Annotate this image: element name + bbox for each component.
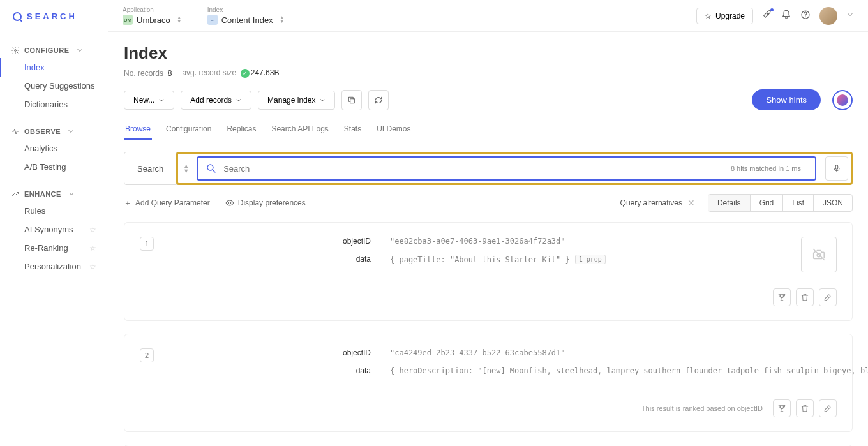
field-label: data	[173, 255, 390, 264]
sidebar-item-rules[interactable]: Rules	[0, 202, 108, 220]
trash-icon	[800, 404, 809, 413]
sidebar-item-ai-synonyms[interactable]: AI Synonyms☆	[0, 220, 108, 239]
display-prefs-button[interactable]: Display preferences	[225, 198, 306, 207]
result-card: 1 objectID"ee82cba3-a0e7-4063-9ae1-3026a…	[124, 222, 853, 321]
sparkle-icon	[837, 94, 848, 106]
edit-icon	[823, 404, 832, 413]
chevron-updown-icon: ▲▼	[280, 16, 285, 24]
field-label: data	[173, 366, 390, 375]
sort-icon[interactable]: ▲▼	[181, 163, 191, 174]
upgrade-button[interactable]: ☆ Upgrade	[696, 8, 753, 24]
mic-icon	[832, 164, 841, 173]
field-label: objectID	[173, 237, 390, 246]
app-name: Umbraco	[137, 15, 170, 25]
options-row: ＋Add Query Parameter Display preferences…	[124, 194, 853, 212]
mic-button[interactable]	[825, 156, 848, 181]
field-label: objectID	[173, 348, 390, 357]
refresh-button[interactable]	[368, 90, 389, 110]
sidebar: SEARCH CONFIGUREIndexQuery SuggestionsDi…	[0, 0, 108, 446]
hints-avatar-button[interactable]	[832, 90, 853, 110]
edit-icon	[823, 293, 832, 302]
sidebar-item-re-ranking[interactable]: Re-Ranking☆	[0, 239, 108, 257]
data-value: { pageTitle: "About this Starter Kit" }1…	[390, 255, 782, 264]
trophy-button[interactable]	[773, 288, 791, 306]
tab-ui-demos[interactable]: UI Demos	[375, 119, 412, 140]
check-icon: ✓	[241, 69, 250, 78]
sidebar-item-analytics[interactable]: Analytics	[0, 139, 108, 158]
plus-icon: ＋	[124, 198, 131, 209]
star-icon: ☆	[89, 225, 96, 234]
app-badge-icon: UM	[123, 15, 133, 25]
chevron-updown-icon: ▲▼	[177, 16, 182, 24]
tab-replicas[interactable]: Replicas	[225, 119, 257, 140]
index-selector[interactable]: Index ≡ Content Index ▲▼	[207, 6, 285, 25]
view-tab-grid[interactable]: Grid	[751, 195, 784, 211]
delete-button[interactable]	[796, 288, 814, 306]
search-row: Search ▲▼ 8 hits matched in 1 ms	[124, 152, 853, 185]
sidebar-item-a-b-testing[interactable]: A/B Testing	[0, 158, 108, 176]
svg-rect-4	[350, 98, 355, 103]
logo[interactable]: SEARCH	[0, 11, 108, 33]
svg-point-1	[767, 13, 768, 15]
avg-label: avg. record size	[182, 68, 236, 77]
sidebar-item-index[interactable]: Index	[0, 58, 108, 77]
search-box: 8 hits matched in 1 ms	[197, 156, 816, 181]
records-label: No. records	[124, 69, 163, 78]
camera-off-icon	[812, 248, 826, 262]
svg-rect-6	[835, 165, 838, 169]
tab-stats[interactable]: Stats	[343, 119, 363, 140]
copy-icon	[347, 96, 356, 105]
search-icon	[206, 163, 217, 174]
chevron-down-icon[interactable]	[846, 11, 854, 20]
application-selector[interactable]: Application UM Umbraco ▲▼	[123, 6, 182, 25]
manage-index-button[interactable]: Manage index	[258, 91, 335, 110]
objectid-value: "ca4249ed-2b23-4337-b522-63cabe5587d1"	[390, 348, 868, 357]
bell-icon[interactable]	[781, 10, 791, 22]
edit-button[interactable]	[819, 288, 837, 306]
nav-header-enhance[interactable]: ENHANCE	[0, 186, 108, 202]
close-icon[interactable]: ✕	[687, 198, 695, 208]
tab-browse[interactable]: Browse	[124, 119, 152, 140]
trophy-icon	[777, 293, 786, 302]
sidebar-item-query-suggestions[interactable]: Query Suggestions	[0, 77, 108, 95]
help-icon[interactable]	[800, 10, 811, 22]
svg-point-0	[15, 50, 17, 52]
edit-button[interactable]	[819, 399, 837, 417]
add-records-button[interactable]: Add records	[181, 91, 251, 110]
chevron-down-icon	[67, 128, 75, 135]
result-index: 2	[140, 348, 154, 362]
new-button[interactable]: New...	[124, 91, 174, 110]
chevron-down-icon	[76, 47, 84, 54]
trophy-icon	[777, 404, 786, 413]
search-input[interactable]	[223, 164, 724, 174]
view-tab-list[interactable]: List	[783, 195, 814, 211]
star-icon: ☆	[89, 244, 96, 253]
sidebar-item-personalization[interactable]: Personalization☆	[0, 257, 108, 276]
rocket-icon[interactable]	[762, 10, 772, 22]
tab-search-api-logs[interactable]: Search API Logs	[270, 119, 329, 140]
view-tab-details[interactable]: Details	[708, 195, 751, 211]
search-mode-select[interactable]: Search	[124, 152, 177, 185]
ranked-text: This result is ranked based on objectID	[641, 405, 763, 412]
delete-button[interactable]	[796, 399, 814, 417]
view-tab-json[interactable]: JSON	[814, 195, 852, 211]
search-highlight: ▲▼ 8 hits matched in 1 ms	[176, 152, 853, 185]
tabs: BrowseConfigurationReplicasSearch API Lo…	[124, 119, 853, 140]
avatar[interactable]	[819, 7, 837, 25]
chevron-down-icon	[319, 97, 326, 103]
tab-configuration[interactable]: Configuration	[165, 119, 213, 140]
chevron-down-icon	[158, 97, 165, 103]
index-badge-icon: ≡	[207, 15, 218, 25]
star-icon: ☆	[89, 262, 96, 271]
add-query-param-button[interactable]: ＋Add Query Parameter	[124, 198, 210, 209]
chevron-down-icon	[68, 190, 75, 198]
sidebar-item-dictionaries[interactable]: Dictionaries	[0, 95, 108, 114]
result-index: 1	[140, 237, 154, 251]
result-card: 2 objectID"ca4249ed-2b23-4337-b522-63cab…	[124, 334, 853, 432]
nav-header-observe[interactable]: OBSERVE	[0, 124, 108, 139]
copy-button[interactable]	[341, 90, 362, 110]
prop-badge: 1 prop	[575, 255, 606, 264]
nav-header-configure[interactable]: CONFIGURE	[0, 43, 108, 58]
show-hints-button[interactable]: Show hints	[752, 89, 821, 110]
trophy-button[interactable]	[773, 399, 791, 417]
